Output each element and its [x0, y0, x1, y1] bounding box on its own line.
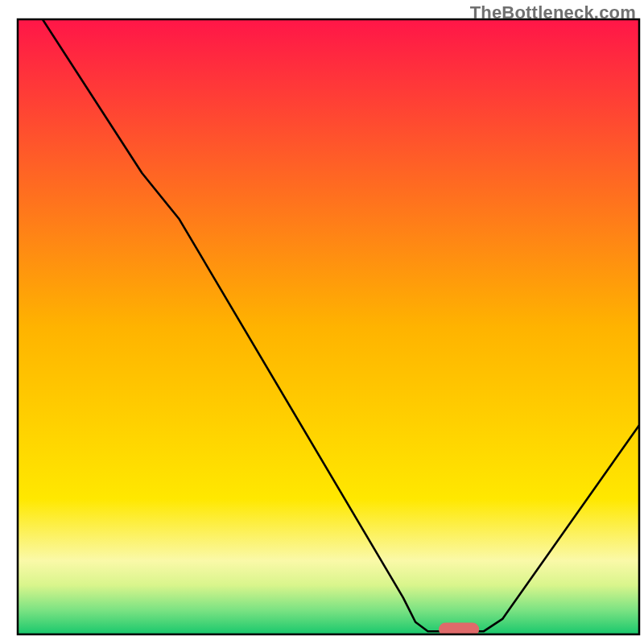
- bottleneck-chart: [0, 0, 644, 644]
- gradient-background: [18, 19, 639, 634]
- watermark-text: TheBottleneck.com: [470, 2, 636, 23]
